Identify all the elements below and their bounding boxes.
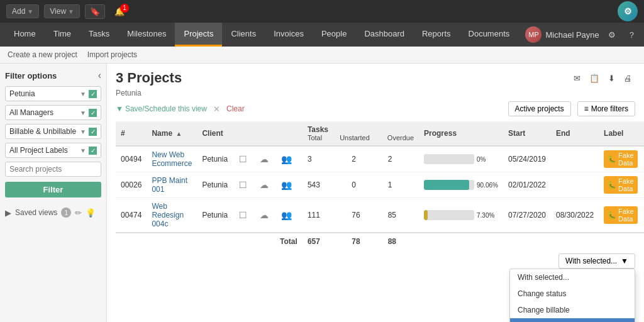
settings-icon[interactable]: ⚙: [603, 28, 621, 42]
cell-tasks-overdue: 1: [383, 172, 419, 198]
cell-icon1[interactable]: ☐: [233, 172, 253, 198]
nav-dashboard[interactable]: Dashboard: [355, 23, 413, 47]
cell-client: Petunia: [197, 172, 233, 198]
active-projects-button[interactable]: Active projects: [508, 101, 571, 116]
filter-labels[interactable]: All Project Labels ▼ ✓: [5, 143, 101, 158]
view-button[interactable]: View ▼: [44, 4, 80, 18]
col-hash: #: [116, 121, 147, 146]
cell-tasks-total: 543: [303, 172, 347, 198]
cell-start: 05/24/2019: [503, 146, 551, 172]
clear-filter-link[interactable]: Clear: [226, 104, 245, 113]
with-selected-chevron: ▼: [621, 257, 628, 265]
nav-people[interactable]: People: [313, 23, 355, 47]
with-selected-bar: With selected... ▼ With selected...Chang…: [116, 253, 635, 269]
filter-labels-check[interactable]: ✓: [89, 147, 97, 155]
expand-icon[interactable]: ▶: [5, 208, 11, 218]
cell-icon2[interactable]: ☁: [253, 198, 275, 233]
cell-icon2[interactable]: ☁: [253, 172, 275, 198]
nav-invoices[interactable]: Invoices: [265, 23, 313, 47]
cell-icon2[interactable]: ☁: [253, 146, 275, 172]
dropdown-item[interactable]: Change billable: [510, 302, 635, 318]
cell-icon3[interactable]: 👥: [275, 146, 303, 172]
nav-home[interactable]: Home: [5, 23, 45, 47]
cell-name[interactable]: PPB Maint 001: [147, 172, 197, 198]
sidebar: Filter options ‹ Petunia ▼ ✓ All Manager…: [0, 64, 107, 322]
filter-billable-check[interactable]: ✓: [89, 128, 97, 136]
cell-tasks-total: 3: [303, 146, 347, 172]
filter-managers-check[interactable]: ✓: [89, 109, 97, 117]
cell-label: 🐛Fake Data: [599, 172, 642, 198]
user-avatar: MP: [525, 26, 541, 43]
col-client: Client: [197, 121, 233, 146]
col-name[interactable]: Name ▲: [147, 121, 197, 146]
table-row: 00026 PPB Maint 001 Petunia ☐ ☁ 👥 543 0 …: [116, 172, 644, 198]
more-filters-button[interactable]: ≡ More filters: [577, 101, 635, 116]
cell-name[interactable]: Web Redesign 004c: [147, 198, 197, 233]
filter-billable[interactable]: Billable & Unbillable ▼ ✓: [5, 124, 101, 139]
footer-overdue: 88: [383, 233, 419, 250]
filter-managers[interactable]: All Managers ▼ ✓: [5, 105, 101, 120]
search-input[interactable]: [5, 162, 101, 177]
col-progress: Progress: [419, 121, 503, 146]
footer-empty: [419, 233, 644, 250]
cell-name[interactable]: New Web Ecommerce: [147, 146, 197, 172]
main-layout: Filter options ‹ Petunia ▼ ✓ All Manager…: [0, 64, 644, 322]
cell-progress: 0%: [419, 146, 503, 172]
dropdown-item[interactable]: With selected...: [510, 269, 635, 286]
download-icon[interactable]: ⬇: [605, 72, 618, 85]
print-icon[interactable]: 🖨: [621, 72, 635, 85]
with-selected-menu: With selected...Change statusChange bill…: [509, 269, 635, 322]
filter-toggle-icon[interactable]: ‹: [98, 70, 101, 81]
nav-milestones[interactable]: Milestones: [118, 23, 175, 47]
filter-button[interactable]: Filter: [5, 182, 101, 197]
cell-tasks-unstarted: 0: [347, 172, 382, 198]
help-icon[interactable]: ?: [625, 28, 639, 42]
table-header-row: # Name ▲ Client Tasks Total Unstarted Ov…: [116, 121, 644, 146]
nav-documents[interactable]: Documents: [460, 23, 519, 47]
import-projects-link[interactable]: Import projects: [87, 50, 137, 59]
user-info: MP Michael Payne: [525, 26, 599, 43]
cell-label: 🐛Fake Data: [599, 198, 642, 233]
cell-end: [551, 172, 599, 198]
footer-total: 657: [303, 233, 347, 250]
filter-options-title: Filter options: [5, 71, 57, 80]
with-selected-button[interactable]: With selected... ▼: [558, 253, 635, 269]
cell-icon1[interactable]: ☐: [233, 198, 253, 233]
bookmark-icon[interactable]: 🔖: [85, 4, 105, 19]
cell-tasks-overdue: 85: [383, 198, 419, 233]
cell-tasks-unstarted: 76: [347, 198, 382, 233]
notification-badge: 1: [120, 4, 129, 13]
notification-button[interactable]: 🔔 1: [110, 5, 129, 18]
cell-icon3[interactable]: 👥: [275, 198, 303, 233]
sub-nav: Create a new project Import projects: [0, 47, 644, 64]
cell-tasks-unstarted: 2: [347, 146, 382, 172]
user-name: Michael Payne: [545, 30, 599, 40]
nav-tasks[interactable]: Tasks: [80, 23, 118, 47]
toolbar-icons: ✉ 📋 ⬇ 🖨: [570, 72, 635, 85]
edit-saved-views-icon[interactable]: ✏: [75, 208, 82, 218]
nav-clients[interactable]: Clients: [222, 23, 265, 47]
save-schedule-link[interactable]: ▼ Save/Schedule this view: [116, 104, 207, 113]
cell-start: 02/01/2022: [503, 172, 551, 198]
dropdown-item[interactable]: Change status: [510, 286, 635, 302]
add-button[interactable]: Add ▼: [6, 4, 39, 18]
nav-bar: Home Time Tasks Milestones Projects Clie…: [0, 23, 644, 47]
col-end: End: [551, 121, 599, 146]
cell-icon3[interactable]: 👥: [275, 172, 303, 198]
content-header: 3 Projects ✉ 📋 ⬇ 🖨: [116, 70, 635, 86]
nav-time[interactable]: Time: [45, 23, 80, 47]
nav-reports[interactable]: Reports: [413, 23, 460, 47]
filter-petunia-check[interactable]: ✓: [89, 90, 97, 98]
nav-projects[interactable]: Projects: [175, 23, 222, 47]
dropdown-item[interactable]: ➜Change budget alert percent: [510, 318, 635, 322]
cell-tasks-total: 111: [303, 198, 347, 233]
bulb-icon[interactable]: 💡: [86, 208, 96, 218]
create-project-link[interactable]: Create a new project: [8, 50, 77, 59]
filter-petunia[interactable]: Petunia ▼ ✓: [5, 86, 101, 101]
export-icon[interactable]: 📋: [586, 72, 602, 85]
cell-id: 00494: [116, 146, 147, 172]
email-icon[interactable]: ✉: [570, 72, 584, 85]
top-bar: Add ▼ View ▼ 🔖 🔔 1 ⚙: [0, 0, 644, 23]
cell-icon1[interactable]: ☐: [233, 146, 253, 172]
cell-tasks-overdue: 2: [383, 146, 419, 172]
